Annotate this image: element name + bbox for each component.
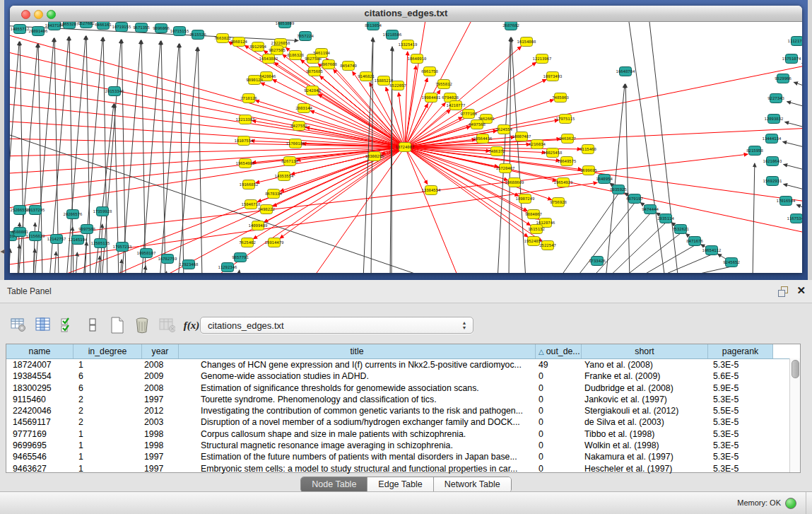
table-row[interactable]: 1938455462009Genome-wide association stu… xyxy=(6,370,800,382)
tab-network-table[interactable]: Network Table xyxy=(433,477,511,492)
cell-title[interactable]: Tourette syndrome. Phenomenology and cla… xyxy=(179,394,536,405)
graph-node-selected[interactable]: 7625402 xyxy=(239,238,256,247)
graph-node[interactable]: 9227343 xyxy=(767,94,784,103)
graph-node-selected[interactable]: 9242848 xyxy=(304,86,321,95)
cell-name[interactable]: 14569117 xyxy=(6,416,73,428)
graph-node-selected[interactable]: 8186328 xyxy=(287,51,304,60)
graph-node[interactable]: 6466161 xyxy=(95,22,112,30)
graph-node[interactable]: 11121742 xyxy=(788,37,802,46)
graph-node-selected[interactable]: 6497568 xyxy=(469,120,486,129)
graph-node-selected[interactable]: 8267130 xyxy=(281,157,298,166)
cell-year[interactable]: 2012 xyxy=(142,405,179,416)
cell-year[interactable]: 2003 xyxy=(142,416,179,428)
graph-node[interactable]: 12093832 xyxy=(765,115,784,124)
graph-node[interactable]: 7532621 xyxy=(672,225,689,234)
graph-node-selected[interactable]: 15720407 xyxy=(496,164,515,173)
graph-node-selected[interactable]: 9827505 xyxy=(269,46,286,55)
graph-node-selected[interactable]: 2718126 xyxy=(240,94,257,103)
table-row[interactable]: 946362711997Embryonic stem cells: a mode… xyxy=(6,463,800,474)
graph-node-selected[interactable]: 12213383 xyxy=(236,115,255,124)
cell-in_degree[interactable]: 1 xyxy=(73,359,142,370)
tab-node-table[interactable]: Node Table xyxy=(301,477,367,492)
cell-title[interactable]: Genome-wide association studies in ADHD. xyxy=(179,370,536,382)
table-settings-icon[interactable] xyxy=(10,316,27,334)
cell-name[interactable]: 9777169 xyxy=(6,428,73,440)
column-header-pagerank[interactable]: pagerank xyxy=(708,344,773,358)
graph-node-selected[interactable]: 14353554 xyxy=(275,172,295,181)
cell-short[interactable]: Dudbridge et al. (2008) xyxy=(582,382,708,394)
cell-short[interactable]: Yano et al. (2008) xyxy=(582,359,708,370)
graph-node-selected[interactable]: 1615132 xyxy=(528,225,545,234)
graph-node[interactable]: 2687682 xyxy=(502,22,519,30)
cell-name[interactable]: 9465546 xyxy=(6,451,73,462)
cell-title[interactable]: Disruption of a novel member of a sodium… xyxy=(179,416,536,428)
cell-title[interactable]: Investigating the contribution of common… xyxy=(179,405,536,416)
vertical-scrollbar[interactable] xyxy=(789,358,800,472)
cell-title[interactable]: Structural magnetic resonance image aver… xyxy=(179,440,536,451)
cell-out_de...[interactable]: 0 xyxy=(536,405,582,416)
rows-view-icon[interactable] xyxy=(84,316,101,334)
graph-node-selected[interactable]: 8427552 xyxy=(290,122,307,131)
table-row[interactable]: 1456911722003Disruption of a novel membe… xyxy=(6,416,800,428)
graph-node-selected[interactable]: 6216034 xyxy=(529,140,546,149)
graph-node[interactable]: 16648784 xyxy=(616,67,636,76)
graph-node-selected[interactable]: 1624554 xyxy=(495,125,512,134)
cell-out_de...[interactable]: 0 xyxy=(536,463,582,474)
network-window-titlebar[interactable]: citations_edges.txt xyxy=(10,6,802,22)
graph-node-selected[interactable]: 9890123 xyxy=(246,76,263,85)
graph-node[interactable]: 16210643 xyxy=(763,157,782,166)
graph-node[interactable]: 8935925 xyxy=(610,185,627,194)
graph-node-selected[interactable]: 16154808 xyxy=(517,37,537,47)
graph-node[interactable]: 16782759 xyxy=(158,255,177,264)
cell-short[interactable]: de Silva et al. (2003) xyxy=(582,416,708,428)
table-row[interactable]: 1872400712008Changes of HCN gene express… xyxy=(6,359,800,370)
graph-node-selected[interactable]: 18649575 xyxy=(558,157,577,166)
graph-node-selected[interactable]: 9146821 xyxy=(358,72,375,81)
cell-out_de...[interactable]: 0 xyxy=(536,416,582,428)
column-header-in_degree[interactable]: in_degree xyxy=(73,344,142,358)
cell-short[interactable]: Tibbo et al. (1998) xyxy=(582,428,708,440)
graph-node[interactable]: 1840954 xyxy=(596,175,613,184)
graph-node[interactable]: 19218506 xyxy=(383,30,402,40)
table-row[interactable]: 977716911998Corpus callosum shape and si… xyxy=(6,428,800,440)
cell-name[interactable]: 9699695 xyxy=(6,440,73,451)
cell-pagerank[interactable]: 5.3E-5 xyxy=(708,440,773,451)
cell-year[interactable]: 1997 xyxy=(142,451,179,462)
cell-out_de...[interactable]: 0 xyxy=(536,370,582,382)
cell-in_degree[interactable]: 6 xyxy=(73,382,142,394)
graph-node-selected[interactable]: 13384554 xyxy=(422,186,442,195)
graph-node-selected[interactable]: 6961758 xyxy=(421,67,438,76)
graph-node[interactable]: 20153346 xyxy=(105,87,124,96)
cell-title[interactable]: Corpus callosum shape and size in male p… xyxy=(179,428,536,440)
cell-title[interactable]: Estimation of significance thresholds fo… xyxy=(179,382,536,394)
graph-node-selected[interactable]: 8454749 xyxy=(340,62,357,71)
graph-node[interactable]: 16053809 xyxy=(276,22,295,28)
cell-out_de...[interactable]: 0 xyxy=(536,382,582,394)
graph-node-selected[interactable]: 16914479 xyxy=(265,238,284,247)
new-document-icon[interactable] xyxy=(109,316,126,334)
cell-short[interactable]: Hescheler et al. (1997) xyxy=(582,463,708,474)
cell-in_degree[interactable]: 1 xyxy=(73,451,142,462)
cell-year[interactable]: 1998 xyxy=(142,440,179,451)
float-panel-icon[interactable] xyxy=(778,286,788,296)
cell-short[interactable]: Jankovic et al. (1997) xyxy=(582,394,708,405)
column-header-out_de...[interactable]: △out_de... xyxy=(536,344,582,358)
cell-pagerank[interactable]: 5.3E-5 xyxy=(708,463,773,474)
graph-node-selected[interactable]: 6522057 xyxy=(389,81,406,90)
cell-pagerank[interactable]: 5.3E-5 xyxy=(708,428,773,440)
cell-year[interactable]: 1997 xyxy=(142,394,179,405)
cell-year[interactable]: 2009 xyxy=(142,370,179,382)
graph-node-selected[interactable]: 9756928 xyxy=(550,198,567,207)
graph-node-selected[interactable]: 7486372 xyxy=(488,147,505,156)
cell-out_de...[interactable]: 0 xyxy=(536,394,582,405)
function-builder-icon[interactable]: f(x) xyxy=(183,316,200,334)
network-canvas[interactable]: 1405571220891406184371041065328715276026… xyxy=(10,22,802,273)
graph-node[interactable]: 12923468 xyxy=(180,260,199,269)
graph-node[interactable]: 13444134 xyxy=(763,134,782,144)
cell-pagerank[interactable]: 5.3E-5 xyxy=(708,394,773,405)
graph-node-selected[interactable]: 10025458 xyxy=(543,148,563,158)
graph-node[interactable]: 14055712 xyxy=(11,25,30,34)
graph-node-selected[interactable]: 9498222 xyxy=(258,205,275,214)
graph-node-selected[interactable]: 8912954 xyxy=(249,42,266,52)
graph-node[interactable]: 10719155 xyxy=(112,23,131,32)
